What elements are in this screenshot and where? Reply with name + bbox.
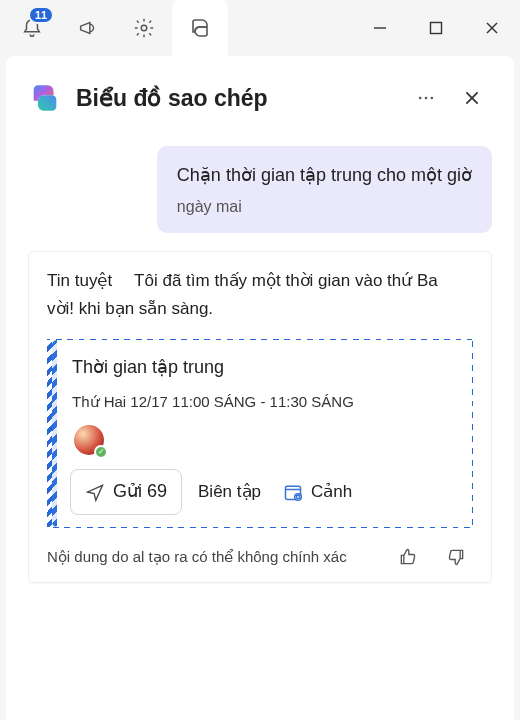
view-calendar-button[interactable]: Cảnh: [277, 472, 358, 512]
minimize-button[interactable]: [352, 0, 408, 56]
assistant-text-left: Tin tuyệt: [47, 268, 112, 294]
ai-disclaimer-text: Nội dung do al tạo ra có thể không chính…: [47, 545, 347, 568]
window-controls: [352, 0, 520, 56]
chat-area: Chặn thời gian tập trung cho một giờ ngà…: [28, 146, 492, 710]
assistant-text-right: Tôi đã tìm thấy một thời gian vào thứ Ba: [134, 268, 438, 294]
user-message-bubble: Chặn thời gian tập trung cho một giờ ngà…: [157, 146, 492, 233]
edit-button-label: Biên tập: [198, 479, 261, 505]
thumbs-up-icon: [398, 547, 418, 567]
svg-point-0: [141, 25, 147, 31]
user-message-line2: ngày mai: [177, 195, 472, 219]
titlebar-left-icons: 11: [0, 0, 352, 56]
window-titlebar: 11: [0, 0, 520, 56]
svg-point-6: [425, 97, 428, 100]
announce-button[interactable]: [60, 0, 116, 56]
notifications-button[interactable]: 11: [4, 0, 60, 56]
panel-header: Biểu đồ sao chép: [28, 78, 492, 118]
assistant-footer: Nội dung do al tạo ra có thể không chính…: [47, 540, 473, 574]
assistant-text-row1: Tin tuyệt Tôi đã tìm thấy một thời gian …: [47, 268, 473, 294]
calendar-icon: [283, 482, 303, 502]
thumbs-up-button[interactable]: [391, 540, 425, 574]
notification-badge: 11: [28, 6, 54, 24]
panel-title: Biểu đồ sao chép: [76, 85, 392, 112]
close-window-button[interactable]: [464, 0, 520, 56]
view-button-label: Cảnh: [311, 479, 352, 505]
presence-available-icon: [94, 445, 108, 459]
thumbs-down-button[interactable]: [439, 540, 473, 574]
assistant-text-row2: vời! khi bạn sẵn sàng.: [47, 296, 473, 322]
close-panel-button[interactable]: [452, 78, 492, 118]
maximize-button[interactable]: [408, 0, 464, 56]
svg-point-7: [431, 97, 434, 100]
copilot-tab-button[interactable]: [172, 0, 228, 56]
attendee-avatar: [72, 423, 106, 457]
svg-rect-2: [431, 23, 442, 34]
user-message-line1: Chặn thời gian tập trung cho một giờ: [177, 162, 472, 189]
send-icon: [85, 482, 105, 502]
edit-button[interactable]: Biên tập: [192, 472, 267, 512]
svg-point-5: [419, 97, 422, 100]
settings-button[interactable]: [116, 0, 172, 56]
send-button[interactable]: Gửi 69: [70, 469, 182, 515]
event-card: Thời gian tập trung Thứ Hai 12/17 11:00 …: [47, 339, 473, 528]
send-button-label: Gửi 69: [113, 478, 167, 506]
event-card-actions: Gửi 69 Biên tập Cảnh: [70, 469, 458, 515]
panel-header-actions: [406, 78, 492, 118]
event-title: Thời gian tập trung: [72, 354, 458, 382]
event-time: Thứ Hai 12/17 11:00 SÁNG - 11:30 SÁNG: [72, 390, 458, 413]
copilot-panel: Biểu đồ sao chép Chặn thời gian tập trun…: [6, 56, 514, 720]
copilot-logo-icon: [28, 81, 62, 115]
thumbs-down-icon: [446, 547, 466, 567]
more-options-button[interactable]: [406, 78, 446, 118]
assistant-message-block: Tin tuyệt Tôi đã tìm thấy một thời gian …: [28, 251, 492, 583]
